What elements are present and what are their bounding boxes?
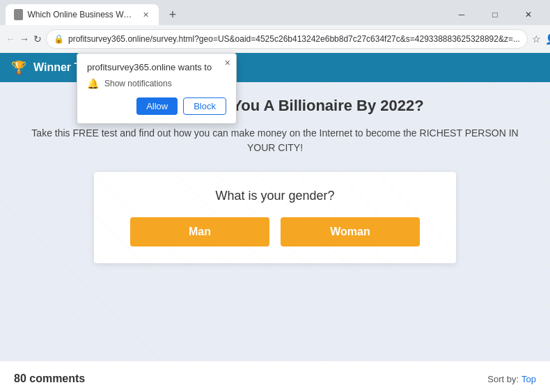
- new-tab-button[interactable]: +: [163, 5, 182, 24]
- block-button[interactable]: Block: [183, 97, 226, 115]
- reload-button[interactable]: ↻: [33, 29, 42, 49]
- profile-button[interactable]: 👤: [545, 29, 550, 49]
- main-subtext: Take this FREE test and find out how you…: [28, 126, 522, 155]
- sort-label: Sort by:: [487, 374, 519, 384]
- bookmark-button[interactable]: ☆: [532, 29, 541, 49]
- tab-close-btn[interactable]: ✕: [141, 9, 150, 20]
- comments-section: 80 comments Sort by: Top 👤 Kelly Stone I…: [0, 361, 550, 392]
- tab-bar: Which Online Business Would M... ✕ + ─ □…: [0, 0, 550, 25]
- browser-chrome: Which Online Business Would M... ✕ + ─ □…: [0, 0, 550, 53]
- notification-popup: × profitsurvey365.online wants to 🔔 Show…: [77, 53, 237, 124]
- main-content: s Would Make You A Billionaire By 2022? …: [0, 82, 550, 361]
- allow-button[interactable]: Allow: [136, 97, 178, 115]
- notification-close-button[interactable]: ×: [225, 58, 230, 68]
- minimize-button[interactable]: ─: [446, 4, 478, 25]
- active-tab[interactable]: Which Online Business Would M... ✕: [6, 4, 159, 25]
- maximize-button[interactable]: □: [479, 4, 511, 25]
- address-bar[interactable]: 🔒 profitsurvey365.online/survey.html?geo…: [46, 29, 528, 49]
- gender-buttons: Man Woman: [108, 217, 442, 246]
- forward-button[interactable]: →: [19, 29, 29, 49]
- lock-icon: 🔒: [54, 34, 64, 44]
- notification-actions: Allow Block: [87, 97, 226, 115]
- back-button[interactable]: ←: [6, 29, 15, 49]
- comments-count: 80 comments: [14, 373, 85, 385]
- tab-title: Which Online Business Would M...: [27, 10, 135, 19]
- notification-label: Show notifications: [104, 79, 172, 88]
- bell-icon: 🔔: [87, 78, 99, 89]
- comments-header: 80 comments Sort by: Top: [14, 373, 536, 385]
- trophy-icon: 🏆: [11, 60, 26, 75]
- notification-site-text: profitsurvey365.online wants to: [87, 62, 226, 72]
- url-text: profitsurvey365.online/survey.html?geo=U…: [68, 34, 520, 44]
- window-controls: ─ □ ✕: [446, 4, 544, 25]
- gender-question: What is your gender?: [108, 189, 442, 203]
- man-button[interactable]: Man: [130, 217, 269, 246]
- sort-value[interactable]: Top: [521, 374, 536, 384]
- svg-rect-0: [15, 12, 22, 18]
- woman-button[interactable]: Woman: [281, 217, 420, 246]
- address-bar-row: ← → ↻ 🔒 profitsurvey365.online/survey.ht…: [0, 25, 550, 53]
- close-window-button[interactable]: ✕: [512, 4, 544, 25]
- gender-card: What is your gender? Man Woman: [94, 172, 456, 263]
- tab-favicon: [14, 9, 23, 20]
- notification-row: 🔔 Show notifications: [87, 78, 226, 89]
- sort-by: Sort by: Top: [487, 374, 536, 384]
